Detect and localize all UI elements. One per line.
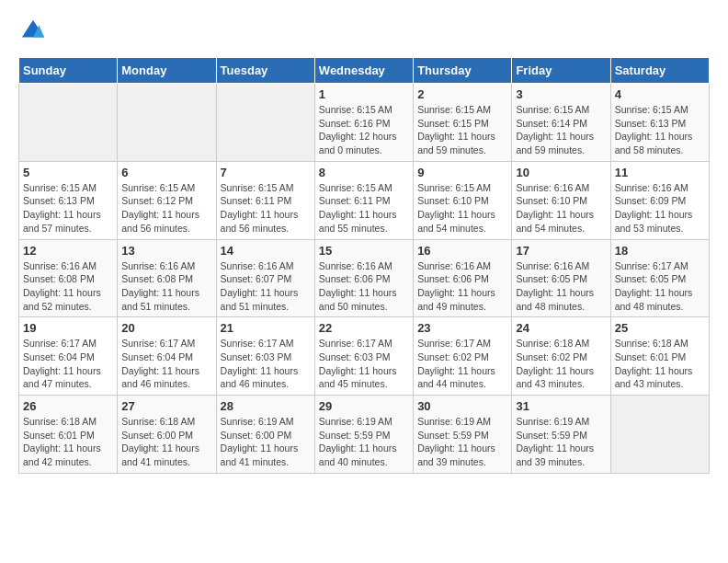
day-info: Sunrise: 6:16 AM Sunset: 6:05 PM Dayligh…	[516, 259, 606, 314]
calendar-cell: 5Sunrise: 6:15 AM Sunset: 6:13 PM Daylig…	[19, 161, 118, 239]
day-number: 2	[417, 87, 507, 101]
day-info: Sunrise: 6:17 AM Sunset: 6:05 PM Dayligh…	[615, 259, 705, 314]
day-info: Sunrise: 6:16 AM Sunset: 6:06 PM Dayligh…	[417, 259, 507, 314]
day-info: Sunrise: 6:19 AM Sunset: 5:59 PM Dayligh…	[319, 415, 409, 469]
day-info: Sunrise: 6:15 AM Sunset: 6:10 PM Dayligh…	[417, 181, 507, 236]
calendar-cell: 27Sunrise: 6:18 AM Sunset: 6:00 PM Dayli…	[118, 396, 216, 474]
day-info: Sunrise: 6:18 AM Sunset: 6:01 PM Dayligh…	[615, 337, 705, 391]
calendar-cell: 21Sunrise: 6:17 AM Sunset: 6:03 PM Dayli…	[216, 317, 314, 396]
day-number: 16	[417, 244, 507, 258]
calendar-header: SundayMondayTuesdayWednesdayThursdayFrid…	[19, 58, 710, 84]
weekday-header-monday: Monday	[118, 58, 216, 84]
day-info: Sunrise: 6:18 AM Sunset: 6:01 PM Dayligh…	[23, 415, 113, 469]
day-number: 14	[221, 244, 311, 258]
calendar-cell: 22Sunrise: 6:17 AM Sunset: 6:03 PM Dayli…	[314, 317, 413, 396]
calendar-cell: 1Sunrise: 6:15 AM Sunset: 6:16 PM Daylig…	[314, 84, 413, 162]
day-info: Sunrise: 6:18 AM Sunset: 6:02 PM Dayligh…	[516, 337, 606, 391]
calendar-cell: 7Sunrise: 6:15 AM Sunset: 6:11 PM Daylig…	[216, 161, 314, 239]
day-info: Sunrise: 6:16 AM Sunset: 6:08 PM Dayligh…	[23, 259, 113, 314]
day-number: 26	[23, 399, 113, 413]
calendar-cell: 17Sunrise: 6:16 AM Sunset: 6:05 PM Dayli…	[512, 239, 610, 317]
calendar-cell: 29Sunrise: 6:19 AM Sunset: 5:59 PM Dayli…	[314, 396, 413, 474]
day-number: 19	[23, 321, 113, 335]
day-number: 9	[417, 166, 507, 179]
calendar-cell	[19, 84, 118, 162]
day-info: Sunrise: 6:15 AM Sunset: 6:13 PM Dayligh…	[615, 103, 705, 157]
weekday-header-sunday: Sunday	[19, 58, 118, 84]
day-info: Sunrise: 6:15 AM Sunset: 6:14 PM Dayligh…	[516, 103, 606, 157]
day-number: 27	[121, 399, 211, 413]
day-info: Sunrise: 6:19 AM Sunset: 5:59 PM Dayligh…	[516, 415, 606, 469]
calendar-cell: 3Sunrise: 6:15 AM Sunset: 6:14 PM Daylig…	[512, 84, 610, 162]
calendar-cell: 19Sunrise: 6:17 AM Sunset: 6:04 PM Dayli…	[19, 317, 118, 396]
calendar-cell: 31Sunrise: 6:19 AM Sunset: 5:59 PM Dayli…	[512, 396, 610, 474]
day-number: 18	[615, 244, 705, 258]
day-number: 25	[615, 321, 705, 335]
logo	[18, 18, 46, 48]
calendar-cell: 20Sunrise: 6:17 AM Sunset: 6:04 PM Dayli…	[118, 317, 216, 396]
calendar-cell: 2Sunrise: 6:15 AM Sunset: 6:15 PM Daylig…	[414, 84, 512, 162]
day-info: Sunrise: 6:17 AM Sunset: 6:03 PM Dayligh…	[319, 337, 409, 391]
calendar-week-4: 19Sunrise: 6:17 AM Sunset: 6:04 PM Dayli…	[19, 317, 710, 396]
day-number: 8	[319, 166, 409, 179]
calendar-cell	[118, 84, 216, 162]
day-number: 6	[121, 166, 211, 179]
day-number: 28	[221, 399, 311, 413]
day-number: 13	[121, 244, 211, 258]
calendar-cell: 24Sunrise: 6:18 AM Sunset: 6:02 PM Dayli…	[512, 317, 610, 396]
day-number: 23	[417, 321, 507, 335]
day-info: Sunrise: 6:17 AM Sunset: 6:04 PM Dayligh…	[121, 337, 211, 391]
calendar-cell: 6Sunrise: 6:15 AM Sunset: 6:12 PM Daylig…	[118, 161, 216, 239]
weekday-header-tuesday: Tuesday	[216, 58, 314, 84]
calendar-cell: 15Sunrise: 6:16 AM Sunset: 6:06 PM Dayli…	[314, 239, 413, 317]
calendar-cell: 13Sunrise: 6:16 AM Sunset: 6:08 PM Dayli…	[118, 239, 216, 317]
weekday-header-wednesday: Wednesday	[314, 58, 413, 84]
day-number: 22	[319, 321, 409, 335]
logo-icon	[20, 18, 46, 44]
day-info: Sunrise: 6:17 AM Sunset: 6:03 PM Dayligh…	[221, 337, 311, 391]
calendar-cell: 4Sunrise: 6:15 AM Sunset: 6:13 PM Daylig…	[610, 84, 709, 162]
calendar-cell: 14Sunrise: 6:16 AM Sunset: 6:07 PM Dayli…	[216, 239, 314, 317]
day-info: Sunrise: 6:15 AM Sunset: 6:11 PM Dayligh…	[319, 181, 409, 236]
day-number: 3	[516, 87, 606, 101]
calendar-cell: 18Sunrise: 6:17 AM Sunset: 6:05 PM Dayli…	[610, 239, 709, 317]
calendar-week-2: 5Sunrise: 6:15 AM Sunset: 6:13 PM Daylig…	[19, 161, 710, 239]
calendar-cell: 9Sunrise: 6:15 AM Sunset: 6:10 PM Daylig…	[414, 161, 512, 239]
calendar-cell: 30Sunrise: 6:19 AM Sunset: 5:59 PM Dayli…	[414, 396, 512, 474]
day-number: 29	[319, 399, 409, 413]
day-info: Sunrise: 6:15 AM Sunset: 6:15 PM Dayligh…	[417, 103, 507, 157]
calendar-cell: 8Sunrise: 6:15 AM Sunset: 6:11 PM Daylig…	[314, 161, 413, 239]
weekday-header-saturday: Saturday	[610, 58, 709, 84]
day-info: Sunrise: 6:17 AM Sunset: 6:04 PM Dayligh…	[23, 337, 113, 391]
day-info: Sunrise: 6:15 AM Sunset: 6:11 PM Dayligh…	[221, 181, 311, 236]
day-info: Sunrise: 6:16 AM Sunset: 6:09 PM Dayligh…	[615, 181, 705, 236]
day-number: 5	[23, 166, 113, 179]
day-info: Sunrise: 6:18 AM Sunset: 6:00 PM Dayligh…	[121, 415, 211, 469]
calendar-cell	[216, 84, 314, 162]
page-header	[18, 18, 710, 48]
day-info: Sunrise: 6:19 AM Sunset: 6:00 PM Dayligh…	[221, 415, 311, 469]
day-info: Sunrise: 6:15 AM Sunset: 6:12 PM Dayligh…	[121, 181, 211, 236]
day-info: Sunrise: 6:15 AM Sunset: 6:16 PM Dayligh…	[319, 103, 409, 157]
day-number: 10	[516, 166, 606, 179]
calendar-cell: 16Sunrise: 6:16 AM Sunset: 6:06 PM Dayli…	[414, 239, 512, 317]
day-info: Sunrise: 6:17 AM Sunset: 6:02 PM Dayligh…	[417, 337, 507, 391]
day-number: 31	[516, 399, 606, 413]
calendar-week-1: 1Sunrise: 6:15 AM Sunset: 6:16 PM Daylig…	[19, 84, 710, 162]
weekday-header-friday: Friday	[512, 58, 610, 84]
calendar-week-3: 12Sunrise: 6:16 AM Sunset: 6:08 PM Dayli…	[19, 239, 710, 317]
calendar-cell: 10Sunrise: 6:16 AM Sunset: 6:10 PM Dayli…	[512, 161, 610, 239]
day-number: 7	[221, 166, 311, 179]
calendar-cell	[610, 396, 709, 474]
calendar-cell: 28Sunrise: 6:19 AM Sunset: 6:00 PM Dayli…	[216, 396, 314, 474]
day-number: 12	[23, 244, 113, 258]
calendar-table: SundayMondayTuesdayWednesdayThursdayFrid…	[18, 57, 710, 474]
calendar-cell: 25Sunrise: 6:18 AM Sunset: 6:01 PM Dayli…	[610, 317, 709, 396]
calendar-cell: 26Sunrise: 6:18 AM Sunset: 6:01 PM Dayli…	[19, 396, 118, 474]
calendar-week-5: 26Sunrise: 6:18 AM Sunset: 6:01 PM Dayli…	[19, 396, 710, 474]
day-number: 15	[319, 244, 409, 258]
day-info: Sunrise: 6:16 AM Sunset: 6:08 PM Dayligh…	[121, 259, 211, 314]
day-number: 4	[615, 87, 705, 101]
day-number: 1	[319, 87, 409, 101]
day-number: 21	[221, 321, 311, 335]
